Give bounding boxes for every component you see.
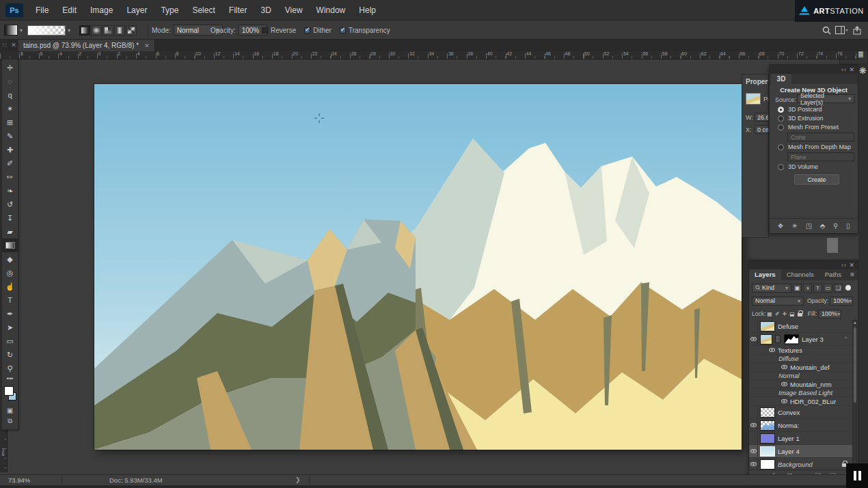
visibility-cell[interactable] [749, 445, 758, 457]
visibility-cell[interactable] [749, 432, 758, 444]
video-pause-button[interactable] [846, 463, 868, 488]
visibility-cell[interactable] [772, 380, 781, 388]
lock-artboard-icon[interactable]: ⬓ [789, 311, 795, 317]
radio-3d-postcard[interactable]: 3D Postcard [778, 106, 822, 113]
clone-stamp-tool[interactable]: ↧ [2, 211, 18, 225]
layers-panel-header[interactable]: ‹‹ ✕ [749, 260, 858, 269]
create-button[interactable]: Create [794, 174, 839, 185]
tab-paths[interactable]: Paths [819, 269, 847, 280]
eye-icon[interactable] [781, 365, 787, 369]
filter-meshes-icon[interactable]: ◳ [806, 222, 812, 230]
layer-thumbnail[interactable] [760, 433, 775, 444]
visibility-cell[interactable] [770, 372, 778, 379]
menu-type[interactable]: Type [154, 0, 185, 21]
layer-row-norma[interactable]: Norma: [749, 419, 854, 432]
dither-checkbox-box[interactable] [304, 27, 310, 33]
visibility-cell[interactable] [770, 389, 778, 396]
layer-thumbnail[interactable] [760, 321, 775, 331]
layer-row-convex[interactable]: Convex [749, 406, 854, 419]
eye-icon[interactable] [769, 348, 775, 352]
filter-constraints-icon[interactable]: ⚲ [833, 222, 838, 230]
gradient-editor-swatch[interactable] [27, 25, 66, 36]
menu-window[interactable]: Window [310, 0, 353, 21]
eraser-tool[interactable]: ▰ [2, 225, 18, 239]
crop-tool[interactable]: ⊞ [2, 116, 18, 129]
dither-checkbox[interactable]: Dither [304, 27, 331, 34]
healing-brush-tool[interactable]: ✚ [2, 143, 18, 157]
share-icon[interactable] [853, 26, 861, 35]
layer-row-image-based-light[interactable]: Image Based Light [749, 389, 854, 397]
tab-layers[interactable]: Layers [749, 269, 781, 280]
filter-pixel-icon[interactable]: ▣ [793, 284, 802, 293]
tab-close-icon[interactable]: ✕ [144, 42, 150, 49]
search-icon[interactable] [822, 26, 831, 35]
canvas[interactable] [94, 84, 742, 450]
panel-collapse-icon[interactable]: ‹‹ [841, 262, 847, 269]
delete-3d-icon[interactable]: ▯ [846, 222, 850, 230]
layer-thumbnail[interactable] [760, 446, 775, 457]
more-tools-button[interactable]: ••• [2, 375, 18, 382]
layer-thumbnail[interactable] [760, 407, 775, 418]
eye-icon[interactable] [781, 399, 787, 403]
radio-button[interactable] [778, 164, 784, 170]
history-brush-tool[interactable]: ↺ [2, 198, 18, 211]
radio-button[interactable] [778, 124, 784, 131]
radio-3d-volume[interactable]: 3D Volume [778, 163, 818, 170]
dodge-tool[interactable]: ◎ [2, 266, 18, 280]
menu-help[interactable]: Help [352, 0, 383, 21]
status-chevron-icon[interactable]: ❯ [295, 476, 301, 483]
linear-gradient-button[interactable] [79, 25, 90, 36]
diamond-gradient-button[interactable] [126, 25, 137, 36]
angle-gradient-button[interactable] [103, 25, 113, 36]
gradient-tool[interactable] [2, 239, 18, 252]
visibility-cell[interactable] [772, 363, 781, 371]
source-select[interactable]: Selected Layer(s)▾ [797, 94, 854, 103]
radio-3d-extrusion[interactable]: 3D Extrusion [778, 115, 824, 122]
layer-row-textures[interactable]: Textures [749, 346, 854, 355]
reverse-checkbox-box[interactable] [262, 27, 268, 33]
menu-3d[interactable]: 3D [254, 0, 277, 21]
menu-layer[interactable]: Layer [120, 0, 154, 21]
layer-row-normal[interactable]: Normal [749, 372, 854, 380]
visibility-cell[interactable] [749, 458, 758, 470]
filter-materials-icon[interactable]: ⬘ [820, 222, 826, 230]
visibility-cell[interactable] [772, 397, 781, 405]
filter-lights-icon[interactable]: ☀ [791, 222, 798, 230]
reflected-gradient-button[interactable] [114, 25, 125, 36]
filter-smart-object-icon[interactable]: ❏ [834, 284, 843, 293]
visibility-cell[interactable] [770, 355, 778, 362]
zoom-level[interactable]: 73.94% [8, 476, 30, 484]
layer-row-layer-3[interactable]: Layer 3⌃ [749, 333, 854, 346]
smudge-tool[interactable]: ☝ [2, 280, 18, 293]
layer-row-mountain-def[interactable]: Mountain_def [749, 363, 854, 372]
eye-icon[interactable] [750, 337, 757, 341]
type-tool[interactable]: T [2, 293, 18, 307]
lock-all-icon[interactable] [798, 313, 802, 316]
scrollbar-thumb[interactable] [854, 327, 856, 403]
marquee-tool[interactable]: ◌ [2, 74, 18, 88]
filter-scene-icon[interactable]: ❖ [778, 222, 784, 230]
tool-preset-picker[interactable] [4, 25, 18, 36]
shape-tool[interactable]: ▭ [2, 334, 18, 348]
radio-button[interactable] [778, 144, 784, 150]
eyedropper-tool[interactable]: ✎ [2, 129, 18, 143]
eye-icon[interactable] [750, 423, 757, 427]
menu-view[interactable]: View [278, 0, 310, 21]
tab-channels[interactable]: Channels [781, 269, 819, 280]
hand-tool[interactable]: ↻ [2, 348, 18, 362]
foreground-color-swatch[interactable] [4, 386, 14, 396]
layer-opacity-select[interactable]: 100%▾ [830, 297, 853, 306]
workspace-switcher-icon[interactable] [835, 26, 849, 35]
layer-thumbnail[interactable] [760, 334, 772, 344]
radio-button[interactable] [778, 116, 784, 122]
transparency-checkbox[interactable]: Transparency [340, 27, 390, 34]
layer-row-layer-1[interactable]: Layer 1 [749, 432, 854, 445]
screen-mode-button[interactable]: ⧉ [2, 416, 18, 426]
radio-mesh-from-preset[interactable]: Mesh From Preset [778, 124, 839, 131]
layer-row-diffuse[interactable]: Diffuse [749, 355, 854, 363]
filter-type-icon[interactable]: T [813, 284, 822, 293]
radio-mesh-from-depth-map[interactable]: Mesh From Depth Map [778, 144, 851, 150]
reverse-checkbox[interactable]: Reverse [262, 27, 296, 34]
transparency-checkbox-box[interactable] [340, 27, 346, 33]
x-field[interactable]: 0 cm [755, 125, 769, 134]
